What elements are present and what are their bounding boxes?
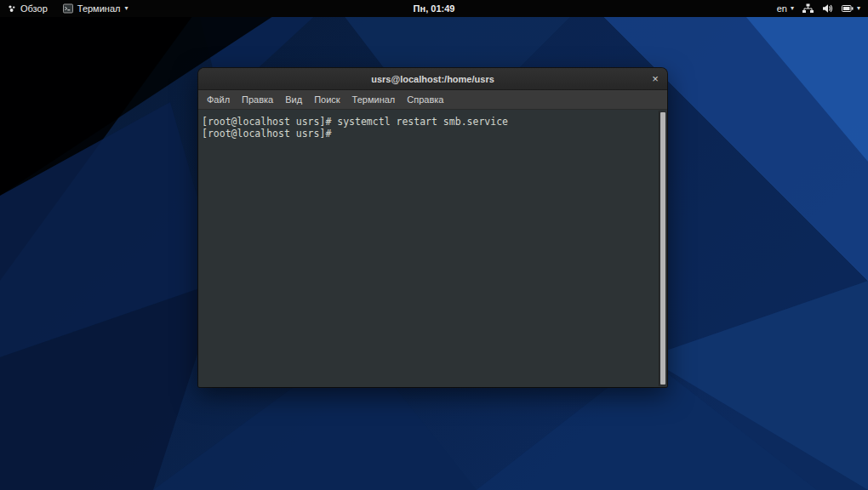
menu-terminal[interactable]: Терминал bbox=[346, 91, 402, 108]
menu-help[interactable]: Справка bbox=[401, 91, 449, 108]
top-bar: Обзор Терминал ▾ Пн, 01:49 en ▾ bbox=[0, 0, 868, 17]
battery-icon bbox=[842, 4, 854, 13]
menu-edit[interactable]: Правка bbox=[236, 91, 279, 108]
network-icon[interactable] bbox=[802, 3, 814, 14]
keyboard-layout-button[interactable]: en ▾ bbox=[777, 0, 794, 17]
menu-search[interactable]: Поиск bbox=[308, 91, 345, 108]
system-menu-button[interactable]: ▾ bbox=[842, 0, 860, 17]
app-menu-button[interactable]: Терминал ▾ bbox=[55, 0, 136, 17]
activities-icon bbox=[8, 4, 16, 13]
terminal-screen[interactable]: [root@localhost usrs]# systemctl restart… bbox=[198, 110, 667, 387]
window-title: usrs@localhost:/home/usrs bbox=[371, 74, 494, 84]
keyboard-layout-label: en bbox=[777, 3, 787, 14]
app-menu-label: Терминал bbox=[77, 3, 121, 14]
close-icon: × bbox=[652, 72, 659, 85]
activities-label: Обзор bbox=[20, 3, 48, 14]
window-titlebar[interactable]: usrs@localhost:/home/usrs × bbox=[198, 68, 667, 90]
chevron-down-icon: ▾ bbox=[857, 5, 860, 12]
volume-icon[interactable] bbox=[822, 3, 833, 14]
menu-file[interactable]: Файл bbox=[201, 91, 236, 108]
close-button[interactable]: × bbox=[643, 68, 667, 89]
clock-button[interactable]: Пн, 01:49 bbox=[407, 0, 462, 17]
terminal-app-icon bbox=[63, 3, 73, 14]
activities-button[interactable]: Обзор bbox=[0, 0, 55, 17]
terminal-line: [root@localhost usrs]# bbox=[202, 128, 654, 140]
terminal-scrollbar[interactable] bbox=[659, 111, 666, 386]
terminal-window: usrs@localhost:/home/usrs × Файл Правка … bbox=[198, 68, 667, 387]
terminal-menubar: Файл Правка Вид Поиск Терминал Справка bbox=[198, 90, 667, 110]
scrollbar-thumb[interactable] bbox=[660, 112, 665, 385]
chevron-down-icon: ▾ bbox=[791, 5, 794, 12]
chevron-down-icon: ▾ bbox=[124, 5, 128, 12]
clock-label: Пн, 01:49 bbox=[414, 3, 455, 14]
terminal-line: [root@localhost usrs]# systemctl restart… bbox=[202, 116, 654, 128]
system-status-area: en ▾ ▾ bbox=[769, 0, 868, 17]
menu-view[interactable]: Вид bbox=[279, 91, 308, 108]
